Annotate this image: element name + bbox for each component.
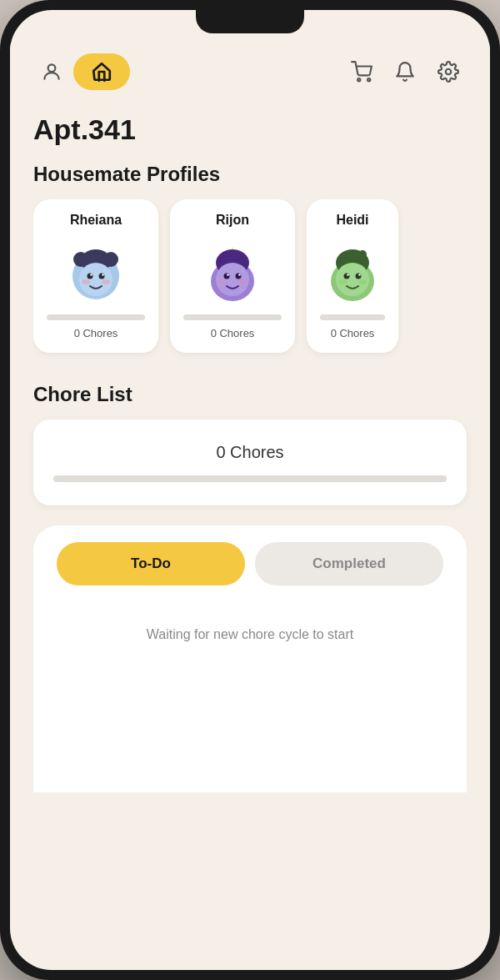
profile-card-rheiana[interactable]: Rheiana	[33, 199, 158, 353]
empty-state-message: Waiting for new chore cycle to start	[57, 611, 443, 642]
svg-point-22	[218, 279, 227, 284]
progress-heidi	[320, 314, 385, 320]
main-content: Apt.341 Housemate Profiles Rheiana	[10, 100, 490, 806]
svg-point-8	[79, 263, 112, 296]
profile-card-rijon[interactable]: Rijon	[170, 199, 295, 353]
profile-card-heidi[interactable]: Heidi	[307, 199, 398, 353]
todo-tab[interactable]: To-Do	[57, 542, 245, 585]
settings-nav-button[interactable]	[430, 53, 467, 90]
nav-bar	[10, 43, 490, 100]
bell-nav-button[interactable]	[387, 53, 423, 90]
svg-point-1	[358, 78, 360, 81]
chore-list-progress	[53, 475, 447, 482]
svg-point-33	[358, 279, 367, 284]
nav-right	[343, 53, 467, 90]
svg-point-23	[238, 279, 247, 284]
bottom-section: To-Do Completed Waiting for new chore cy…	[33, 525, 467, 792]
home-icon	[91, 61, 112, 83]
svg-point-27	[336, 263, 369, 296]
chores-rijon: 0 Chores	[211, 327, 255, 339]
gear-icon	[438, 61, 459, 83]
app-content: Apt.341 Housemate Profiles Rheiana	[10, 10, 490, 970]
profiles-section-title: Housemate Profiles	[33, 163, 467, 186]
svg-point-3	[446, 69, 452, 75]
bell-icon	[394, 61, 416, 83]
profile-nav-button[interactable]	[33, 53, 70, 90]
svg-point-13	[82, 279, 90, 284]
svg-point-28	[344, 274, 350, 279]
svg-point-21	[238, 274, 240, 275]
apt-title: Apt.341	[33, 113, 467, 146]
svg-point-19	[236, 274, 242, 279]
cart-nav-button[interactable]	[343, 53, 380, 90]
svg-point-2	[368, 78, 370, 81]
notch	[196, 10, 304, 33]
cart-icon	[351, 61, 372, 83]
nav-left	[33, 53, 130, 90]
profile-name-heidi: Heidi	[336, 213, 368, 228]
svg-point-17	[216, 263, 249, 296]
svg-point-32	[338, 279, 347, 284]
avatar-rheiana	[62, 238, 129, 304]
svg-point-29	[356, 274, 362, 279]
chore-list-count: 0 Chores	[216, 443, 283, 462]
avatar-heidi	[319, 238, 386, 304]
avatar-rijon	[199, 238, 266, 304]
profile-name-rheiana: Rheiana	[70, 213, 122, 228]
completed-tab[interactable]: Completed	[255, 542, 443, 585]
svg-point-20	[227, 274, 228, 275]
svg-point-0	[48, 64, 56, 72]
svg-point-10	[99, 274, 105, 279]
home-nav-button[interactable]	[73, 53, 130, 90]
svg-point-9	[88, 274, 93, 279]
svg-point-31	[358, 274, 360, 275]
person-icon	[41, 61, 62, 83]
svg-point-30	[347, 274, 348, 275]
progress-rijon	[183, 314, 282, 320]
chores-rheiana: 0 Chores	[74, 327, 118, 339]
chores-heidi: 0 Chores	[331, 327, 375, 339]
svg-point-26	[358, 250, 367, 259]
profile-name-rijon: Rijon	[216, 213, 249, 228]
svg-point-18	[224, 274, 230, 279]
profiles-scroll: Rheiana	[33, 199, 467, 359]
svg-point-11	[90, 274, 92, 275]
chore-list-card: 0 Chores	[33, 420, 467, 505]
progress-rheiana	[47, 314, 145, 320]
phone-frame: Apt.341 Housemate Profiles Rheiana	[0, 0, 500, 980]
phone-screen: Apt.341 Housemate Profiles Rheiana	[10, 10, 490, 970]
chore-list-title: Chore List	[33, 383, 467, 406]
tab-row: To-Do Completed	[57, 542, 443, 585]
svg-point-14	[102, 279, 110, 284]
svg-point-12	[102, 274, 103, 275]
